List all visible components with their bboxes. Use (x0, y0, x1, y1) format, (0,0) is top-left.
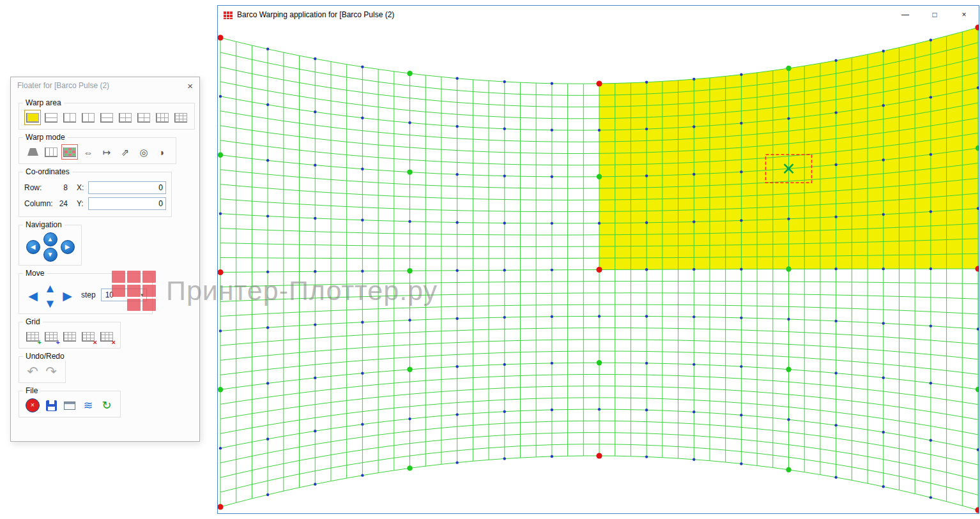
quarter-point[interactable] (597, 360, 602, 365)
warp-point[interactable] (740, 317, 742, 319)
warp-point[interactable] (645, 362, 648, 365)
warp-point[interactable] (408, 319, 411, 321)
warp-point[interactable] (551, 82, 553, 85)
warp-point[interactable] (266, 271, 269, 273)
minimize-button[interactable]: — (891, 6, 920, 24)
floater-close-button[interactable]: × (187, 81, 193, 91)
warp-point[interactable] (882, 431, 885, 433)
grid-add-blue-button[interactable]: + (43, 329, 59, 344)
quarter-point[interactable] (976, 387, 979, 392)
warp-point[interactable] (930, 96, 932, 98)
warp-point[interactable] (787, 418, 790, 421)
warp-point[interactable] (882, 104, 885, 107)
warp-point[interactable] (551, 176, 553, 178)
warp-point[interactable] (740, 414, 742, 416)
warp-point[interactable] (503, 316, 506, 319)
warp-point[interactable] (930, 439, 932, 442)
grid-reset-point-button[interactable]: × (80, 329, 96, 344)
quarter-point[interactable] (786, 66, 791, 71)
warp-point[interactable] (882, 158, 885, 161)
warp-point[interactable] (266, 326, 269, 329)
warp-point[interactable] (266, 48, 269, 50)
quarter-point[interactable] (407, 71, 412, 76)
warp-point[interactable] (693, 363, 695, 366)
warp-point[interactable] (693, 125, 695, 128)
quadrant-point[interactable] (596, 80, 602, 86)
warp-point[interactable] (266, 437, 269, 440)
warp-point[interactable] (787, 117, 790, 119)
warp-point[interactable] (882, 267, 885, 270)
nav-left-button[interactable]: ◀ (25, 239, 42, 255)
warp-point[interactable] (645, 315, 648, 317)
warp-point[interactable] (645, 81, 648, 84)
warp-point[interactable] (456, 365, 458, 368)
warp-point[interactable] (645, 174, 648, 177)
warp-point[interactable] (882, 213, 885, 216)
nav-right-button[interactable]: ▶ (59, 239, 76, 255)
warp-point[interactable] (408, 417, 411, 420)
warp-point[interactable] (740, 170, 742, 173)
warp-point[interactable] (834, 215, 837, 218)
warp-point[interactable] (314, 377, 316, 379)
warp-point[interactable] (977, 327, 979, 330)
warp-point[interactable] (693, 268, 695, 271)
signal-button[interactable]: ≋ (80, 398, 96, 413)
warp-point[interactable] (361, 474, 364, 476)
warp-point[interactable] (361, 423, 364, 425)
maximize-button[interactable]: □ (920, 6, 949, 24)
mode-keystone-button[interactable] (24, 144, 41, 160)
area-right-half-button[interactable] (80, 110, 96, 125)
move-left-button[interactable]: ◀ (25, 288, 42, 303)
warp-point[interactable] (693, 410, 695, 413)
warp-point[interactable] (645, 268, 648, 271)
quarter-point[interactable] (786, 467, 791, 472)
warp-point[interactable] (834, 59, 837, 62)
mode-shift-button[interactable]: ↦ (98, 144, 115, 160)
area-grid-3x3-button[interactable] (172, 110, 189, 125)
warp-point[interactable] (834, 424, 837, 426)
warp-point[interactable] (693, 173, 695, 176)
warp-point[interactable] (834, 372, 837, 374)
warp-point[interactable] (598, 129, 601, 132)
reload-button[interactable]: ↻ (98, 398, 115, 413)
grid-reset-all-button[interactable]: × (98, 329, 115, 344)
area-quad-2x2-alt-button[interactable] (135, 110, 152, 125)
warp-point[interactable] (503, 410, 506, 413)
warp-point[interactable] (834, 320, 837, 322)
warp-point[interactable] (787, 218, 790, 220)
quarter-point[interactable] (407, 169, 412, 174)
nav-down-button[interactable]: ▼ (42, 247, 59, 262)
quadrant-point[interactable] (218, 269, 224, 275)
warp-point[interactable] (551, 315, 553, 318)
warp-point[interactable] (361, 66, 364, 68)
warp-point[interactable] (456, 173, 458, 176)
warp-point[interactable] (740, 462, 742, 465)
area-left-half-button[interactable] (61, 110, 78, 125)
warp-point[interactable] (361, 117, 364, 119)
warp-point[interactable] (266, 493, 269, 496)
warp-point[interactable] (314, 110, 316, 113)
quarter-point[interactable] (218, 387, 223, 392)
warp-point[interactable] (787, 318, 790, 320)
warp-point[interactable] (882, 322, 885, 324)
warp-point[interactable] (882, 50, 885, 52)
area-bottom-half-button[interactable] (98, 110, 115, 125)
warp-point[interactable] (551, 362, 553, 365)
warp-point[interactable] (503, 222, 506, 224)
mode-corner-button[interactable]: ⇗ (117, 144, 134, 160)
warp-point[interactable] (266, 159, 269, 162)
warp-point[interactable] (834, 267, 837, 270)
warp-point[interactable] (314, 57, 316, 60)
grid-show-button[interactable] (61, 329, 78, 344)
warp-point[interactable] (266, 214, 269, 217)
warp-point[interactable] (408, 121, 411, 124)
nav-up-button[interactable]: ▲ (42, 232, 59, 247)
warp-point[interactable] (503, 457, 506, 460)
warp-point[interactable] (551, 269, 553, 271)
warp-point[interactable] (930, 496, 932, 499)
warp-point[interactable] (503, 128, 506, 130)
warp-point[interactable] (219, 447, 222, 449)
close-button[interactable]: × (949, 6, 979, 24)
warp-point[interactable] (314, 217, 316, 220)
warp-point[interactable] (314, 163, 316, 166)
